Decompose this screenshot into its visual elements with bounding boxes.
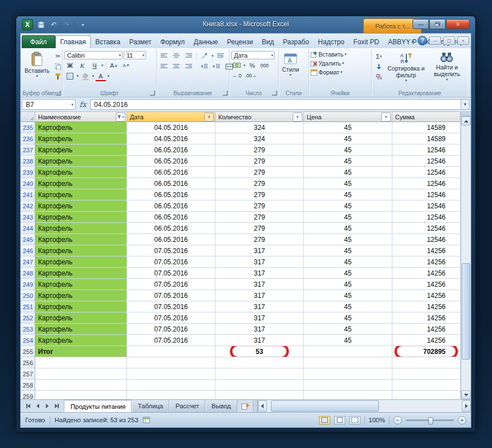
cell-name[interactable]: Картофель [35, 312, 127, 324]
cell-sum[interactable] [392, 380, 461, 391]
page-break-view-button[interactable] [349, 416, 360, 424]
cell-date[interactable] [127, 391, 215, 399]
vertical-scrollbar[interactable] [461, 112, 471, 399]
cell-date[interactable]: 06.05.2016 [127, 212, 215, 223]
close-button[interactable]: × [446, 19, 470, 29]
cell-name[interactable]: Картофель [35, 122, 127, 133]
underline-button[interactable]: Ч [89, 60, 100, 70]
cell-sum[interactable]: 14256 [392, 290, 461, 301]
cell-date[interactable]: 07.05.2016 [127, 312, 215, 324]
vertical-scroll-thumb[interactable] [462, 263, 470, 360]
cell-qty[interactable]: 317 [215, 290, 304, 301]
qty-filter-dropdown[interactable]: ▾ [293, 113, 302, 122]
cell-name[interactable]: Картофель [35, 144, 127, 156]
cell-name[interactable]: Картофель [35, 167, 127, 178]
ribbon-tab-Надстро[interactable]: Надстро [313, 35, 349, 48]
cell-price[interactable]: 45 [304, 212, 392, 223]
cell-qty[interactable]: 279 [215, 189, 304, 200]
normal-view-button[interactable] [319, 416, 330, 424]
cell-date[interactable]: 07.05.2016 [127, 279, 215, 290]
zoom-slider-thumb[interactable] [428, 417, 433, 424]
ribbon-tab-file[interactable]: Файл [22, 35, 55, 48]
row-number[interactable]: 249 [21, 279, 35, 290]
font-size-combo[interactable]: 11▾ [124, 51, 146, 59]
cell-price[interactable]: 45 [304, 189, 392, 200]
grow-font-icon[interactable]: А▲ [109, 60, 120, 70]
row-number[interactable]: 251 [21, 301, 35, 312]
cell-date[interactable]: 07.05.2016 [127, 256, 215, 268]
sort-filter-button[interactable]: А Я Сортировка и фильтр ▾ [385, 50, 428, 89]
cell-price[interactable]: 45 [304, 234, 392, 245]
ribbon-tab-Формул[interactable]: Формул [156, 35, 189, 48]
italic-button[interactable]: К [77, 60, 88, 70]
cell-sum[interactable]: 12546 [392, 212, 461, 223]
cell-date[interactable]: 04.05.2016 [127, 122, 215, 133]
cell-sum[interactable]: 14256 [392, 324, 461, 335]
cell-sum[interactable]: 12546 [392, 156, 461, 167]
cell-price[interactable]: 45 [304, 312, 392, 324]
workbook-restore-button[interactable]: ▢ [443, 36, 455, 45]
decrease-indent-icon[interactable] [199, 62, 210, 71]
autosum-icon[interactable]: Σ▾ [373, 52, 385, 61]
wrap-text-icon[interactable] [215, 51, 226, 60]
cell-price[interactable]: 45 [304, 245, 392, 256]
cell-qty[interactable] [215, 391, 304, 399]
cell-price[interactable] [304, 391, 392, 399]
cell-sum[interactable]: 12546 [392, 189, 461, 200]
align-left-icon[interactable] [158, 62, 170, 71]
scroll-down-button[interactable] [461, 390, 471, 399]
cell-qty[interactable]: 317 [215, 279, 304, 290]
cell-price[interactable]: 45 [304, 335, 392, 346]
cell-date[interactable]: 07.05.2016 [127, 268, 215, 279]
format-cells-button[interactable]: Формат▾ [311, 69, 369, 76]
cell-qty[interactable]: 279 [215, 212, 304, 223]
cell-date[interactable]: 06.05.2016 [127, 189, 215, 200]
row-number[interactable]: 252 [21, 312, 35, 324]
row-number[interactable]: 244 [21, 223, 35, 234]
filter-applied-button[interactable]: ▾ [116, 113, 125, 122]
ribbon-tab-Разрабо[interactable]: Разрабо [279, 35, 314, 48]
page-layout-view-button[interactable] [334, 416, 345, 424]
minimize-button[interactable]: — [413, 19, 429, 29]
zoom-out-button[interactable]: − [393, 416, 402, 424]
cell-date[interactable]: 07.05.2016 [127, 245, 215, 256]
cell-qty[interactable]: 279 [215, 144, 304, 156]
restore-button[interactable] [429, 19, 446, 29]
ribbon-tab-Размет[interactable]: Размет [125, 35, 156, 48]
cell-name[interactable]: Картофель [35, 234, 127, 245]
scroll-left-button[interactable] [258, 400, 267, 412]
workbook-minimize-button[interactable]: — [429, 36, 441, 45]
cell-qty[interactable] [215, 368, 304, 380]
cell-sum[interactable]: 12546 [392, 223, 461, 234]
row-number[interactable]: 253 [21, 324, 35, 335]
row-number[interactable]: 259 [21, 391, 35, 399]
insert-sheet-button[interactable] [237, 400, 254, 412]
cell-price[interactable]: 45 [304, 167, 392, 178]
cell-date[interactable]: 07.05.2016 [127, 301, 215, 312]
row-number[interactable]: 243 [21, 212, 35, 223]
row-number[interactable]: 239 [21, 167, 35, 178]
insert-function-icon[interactable]: fx [76, 100, 90, 109]
cell-price[interactable]: 45 [304, 178, 392, 189]
font-name-combo[interactable]: Calibri▾ [64, 51, 123, 59]
percent-icon[interactable]: % [247, 60, 258, 70]
ribbon-tab-Вставка[interactable]: Вставка [91, 35, 125, 48]
cell-name[interactable]: Картофель [35, 178, 127, 189]
cell-price[interactable] [304, 368, 392, 380]
cell-date[interactable]: 06.05.2016 [127, 144, 215, 156]
cell-qty[interactable]: 317 [215, 312, 304, 324]
cell-qty[interactable]: 324 [215, 122, 304, 133]
shrink-font-icon[interactable]: А▼ [121, 60, 132, 70]
cell-total-qty[interactable]: 53 [215, 346, 304, 357]
cell-price[interactable] [304, 380, 392, 391]
cell-name[interactable]: Картофель [35, 189, 127, 200]
align-middle-icon[interactable] [171, 51, 182, 60]
number-format-combo[interactable]: Дата▾ [231, 51, 275, 59]
cell-price[interactable]: 45 [304, 144, 392, 156]
cell-qty[interactable]: 317 [215, 268, 304, 279]
cell-name[interactable] [35, 357, 127, 368]
row-number[interactable]: 237 [21, 144, 35, 156]
zoom-in-button[interactable]: + [458, 416, 466, 424]
cell-date[interactable] [127, 380, 215, 391]
sheet-tab-Продукты питания[interactable]: Продукты питания [64, 400, 132, 412]
